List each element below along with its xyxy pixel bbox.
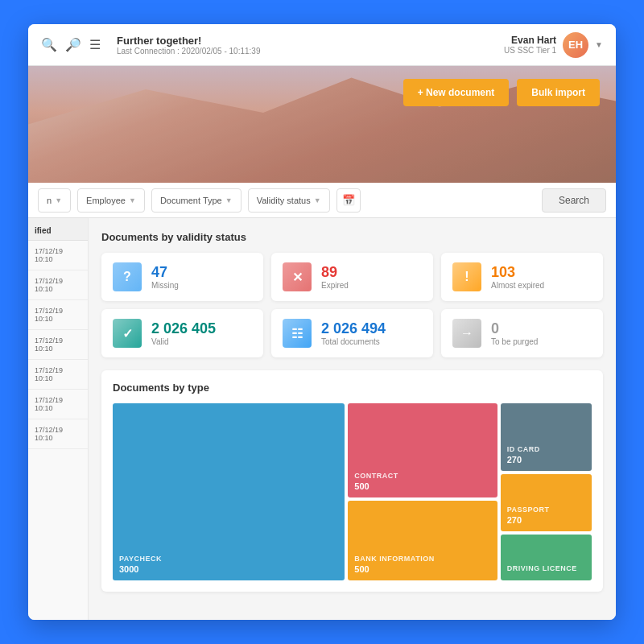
id-card-label: ID CARD (507, 445, 585, 453)
missing-icon: ? (113, 262, 142, 291)
validity-label: Validity status (257, 196, 311, 205)
contract-value: 500 (354, 481, 490, 491)
validity-filter[interactable]: Validity status ▼ (248, 188, 330, 213)
stat-info-purged: 0 To be purged (491, 321, 538, 346)
passport-label: PASSPORT (507, 506, 585, 514)
dashboard: Documents by validity status ? 47 Missin… (89, 218, 616, 620)
paycheck-value: 3000 (119, 564, 338, 574)
treemap-col-1: PAYCHECK 3000 (113, 403, 345, 580)
purged-icon: → (452, 319, 481, 348)
list-item[interactable]: 17/12/19 10:10 (28, 390, 88, 419)
stat-info-total: 2 026 494 Total documents (321, 321, 386, 346)
chevron-down-icon: ▼ (225, 196, 233, 204)
avatar: EH (563, 32, 588, 58)
app-window: 🔍 🔎 ☰ Further together! Last Connection … (28, 24, 616, 620)
filter1-label: n (47, 196, 52, 205)
bank-info-label: BANK INFORMATION (354, 555, 490, 563)
missing-count: 47 (151, 265, 179, 279)
expired-count: 89 (321, 265, 349, 279)
user-info: Evan Hart US SSC Tier 1 (504, 35, 556, 55)
list-item[interactable]: 17/12/19 10:10 (28, 300, 88, 330)
main-content: ified 17/12/19 10:10 17/12/19 10:10 17/1… (28, 218, 616, 620)
contract-label: CONTRACT (354, 472, 490, 480)
treemap-contract[interactable]: CONTRACT 500 (348, 403, 497, 497)
top-bar-title: Further together! Last Connection : 2020… (117, 35, 504, 56)
treemap-col-3: ID CARD 270 PASSPORT 270 DRIVING LICENCE (501, 403, 592, 580)
valid-label: Valid (151, 337, 216, 346)
expired-label: Expired (321, 281, 349, 290)
zoom-icon[interactable]: 🔎 (65, 37, 81, 52)
user-info-area[interactable]: Evan Hart US SSC Tier 1 EH ▼ (504, 32, 603, 58)
chevron-down-icon: ▼ (314, 196, 321, 204)
doctype-section-title: Documents by type (113, 382, 592, 394)
almost-expired-label: Almost expired (491, 281, 544, 290)
validity-grid: ? 47 Missing ✕ 89 Expired ! (101, 253, 603, 357)
total-label: Total documents (321, 337, 386, 346)
hero-actions: + New document Bulk import (403, 79, 600, 106)
stat-info-missing: 47 Missing (151, 265, 179, 290)
bulk-import-button[interactable]: Bulk import (517, 79, 600, 106)
stat-info-valid: 2 026 405 Valid (151, 321, 216, 346)
driving-label: DRIVING LICENCE (507, 564, 585, 572)
doctype-section: Documents by type PAYCHECK 3000 CONTRACT (101, 370, 603, 592)
stat-info-almost-expired: 103 Almost expired (491, 265, 544, 290)
search-icon[interactable]: 🔍 (41, 37, 57, 52)
app-title: Further together! (117, 35, 504, 47)
bank-info-value: 500 (354, 564, 490, 574)
chevron-down-icon: ▼ (595, 40, 603, 49)
purged-count: 0 (491, 321, 538, 336)
treemap-col-2: CONTRACT 500 BANK INFORMATION 500 (348, 403, 497, 580)
user-role: US SSC Tier 1 (504, 46, 556, 55)
missing-label: Missing (151, 281, 179, 290)
list-item[interactable]: 17/12/19 10:10 (28, 241, 88, 270)
stat-card-almost-expired[interactable]: ! 103 Almost expired (441, 253, 603, 301)
filter-select-1[interactable]: n ▼ (38, 188, 71, 213)
total-count: 2 026 494 (321, 321, 386, 336)
list-item[interactable]: 17/12/19 10:10 (28, 270, 88, 300)
expired-icon: ✕ (283, 262, 312, 291)
almost-expired-count: 103 (491, 265, 544, 279)
paycheck-label: PAYCHECK (119, 555, 338, 563)
treemap-paycheck[interactable]: PAYCHECK 3000 (113, 403, 345, 580)
doc-type-label: Document Type (160, 196, 222, 205)
stat-card-expired[interactable]: ✕ 89 Expired (271, 253, 433, 301)
employee-label: Employee (86, 196, 126, 205)
top-bar-icons: 🔍 🔎 ☰ (41, 37, 101, 52)
sidebar-list: ified 17/12/19 10:10 17/12/19 10:10 17/1… (28, 218, 89, 620)
hero-banner: + New document Bulk import (28, 66, 616, 183)
id-card-value: 270 (507, 455, 585, 464)
menu-icon[interactable]: ☰ (89, 37, 101, 52)
treemap-id-card[interactable]: ID CARD 270 (501, 403, 592, 471)
treemap-passport[interactable]: PASSPORT 270 (501, 474, 592, 531)
list-item[interactable]: 17/12/19 10:10 (28, 419, 88, 449)
passport-value: 270 (507, 515, 585, 525)
total-icon: ☷ (283, 319, 312, 348)
new-document-button[interactable]: + New document (403, 79, 510, 106)
almost-expired-icon: ! (452, 262, 481, 291)
stat-info-expired: 89 Expired (321, 265, 349, 290)
top-bar: 🔍 🔎 ☰ Further together! Last Connection … (28, 24, 616, 66)
employee-filter[interactable]: Employee ▼ (77, 188, 145, 213)
treemap-bank-info[interactable]: BANK INFORMATION 500 (348, 501, 497, 580)
valid-icon: ✓ (113, 319, 142, 348)
user-name: Evan Hart (504, 35, 556, 46)
stat-card-missing[interactable]: ? 47 Missing (101, 253, 263, 301)
stat-card-total[interactable]: ☷ 2 026 494 Total documents (271, 309, 433, 357)
filter-bar: n ▼ Employee ▼ Document Type ▼ Validity … (28, 183, 616, 218)
purged-label: To be purged (491, 337, 538, 346)
date-picker-icon[interactable]: 📅 (336, 188, 361, 213)
treemap-driving[interactable]: DRIVING LICENCE (501, 535, 592, 580)
treemap: PAYCHECK 3000 CONTRACT 500 BANK INFORMAT… (113, 403, 592, 580)
stat-card-valid[interactable]: ✓ 2 026 405 Valid (101, 309, 263, 357)
list-item[interactable]: 17/12/19 10:10 (28, 360, 88, 390)
list-item[interactable]: 17/12/19 10:10 (28, 330, 88, 360)
stat-card-purged[interactable]: → 0 To be purged (441, 309, 603, 357)
validity-section-title: Documents by validity status (101, 231, 603, 243)
valid-count: 2 026 405 (151, 321, 216, 336)
doc-type-filter[interactable]: Document Type ▼ (151, 188, 242, 213)
last-connection: Last Connection : 2020/02/05 - 10:11:39 (117, 47, 504, 56)
chevron-down-icon: ▼ (129, 196, 136, 204)
sidebar-header: ified (28, 218, 88, 241)
search-button[interactable]: Search (542, 188, 606, 213)
chevron-down-icon: ▼ (55, 196, 62, 204)
